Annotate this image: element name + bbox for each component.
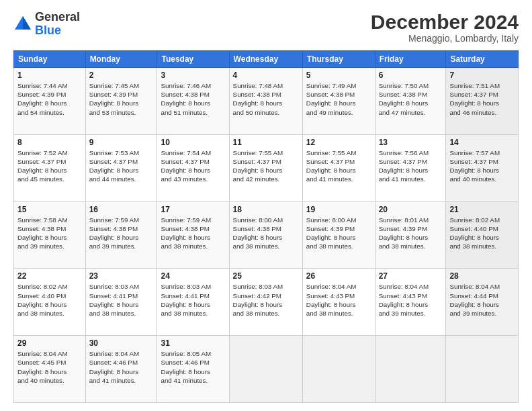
calendar-cell: 21Sunrise: 8:02 AM Sunset: 4:40 PM Dayli… bbox=[446, 201, 519, 269]
day-info: Sunrise: 8:02 AM Sunset: 4:40 PM Dayligh… bbox=[449, 216, 515, 251]
day-number: 7 bbox=[449, 71, 515, 80]
calendar-cell: 23Sunrise: 8:03 AM Sunset: 4:41 PM Dayli… bbox=[85, 269, 157, 336]
day-info: Sunrise: 8:01 AM Sunset: 4:39 PM Dayligh… bbox=[379, 216, 443, 251]
day-number: 23 bbox=[89, 271, 154, 281]
day-number: 29 bbox=[17, 338, 82, 348]
day-info: Sunrise: 7:54 AM Sunset: 4:37 PM Dayligh… bbox=[161, 148, 225, 184]
day-info: Sunrise: 7:57 AM Sunset: 4:37 PM Dayligh… bbox=[449, 148, 515, 184]
week-row-5: 29Sunrise: 8:04 AM Sunset: 4:45 PM Dayli… bbox=[14, 336, 519, 403]
col-tuesday: Tuesday bbox=[157, 51, 229, 68]
day-number: 20 bbox=[379, 205, 443, 214]
day-number: 31 bbox=[161, 338, 225, 348]
calendar-cell: 22Sunrise: 8:02 AM Sunset: 4:40 PM Dayli… bbox=[14, 269, 86, 336]
day-info: Sunrise: 8:04 AM Sunset: 4:45 PM Dayligh… bbox=[17, 349, 82, 385]
calendar-cell: 18Sunrise: 8:00 AM Sunset: 4:38 PM Dayli… bbox=[229, 201, 302, 269]
day-info: Sunrise: 7:55 AM Sunset: 4:37 PM Dayligh… bbox=[306, 148, 371, 184]
calendar-cell: 20Sunrise: 8:01 AM Sunset: 4:39 PM Dayli… bbox=[375, 201, 446, 269]
day-number: 6 bbox=[379, 71, 443, 80]
col-sunday: Sunday bbox=[14, 51, 86, 68]
day-number: 19 bbox=[306, 205, 371, 214]
day-info: Sunrise: 8:00 AM Sunset: 4:38 PM Dayligh… bbox=[233, 216, 299, 251]
day-info: Sunrise: 7:45 AM Sunset: 4:39 PM Dayligh… bbox=[89, 81, 154, 117]
day-number: 15 bbox=[17, 205, 82, 214]
day-info: Sunrise: 7:53 AM Sunset: 4:37 PM Dayligh… bbox=[89, 148, 154, 184]
day-number: 21 bbox=[449, 205, 515, 214]
calendar-cell: 7Sunrise: 7:51 AM Sunset: 4:37 PM Daylig… bbox=[446, 68, 519, 135]
title-block: December 2024 Menaggio, Lombardy, Italy bbox=[371, 11, 519, 44]
location: Menaggio, Lombardy, Italy bbox=[371, 33, 519, 44]
day-number: 11 bbox=[233, 138, 299, 147]
day-number: 28 bbox=[449, 271, 515, 281]
calendar-cell: 2Sunrise: 7:45 AM Sunset: 4:39 PM Daylig… bbox=[85, 68, 157, 135]
day-info: Sunrise: 8:04 AM Sunset: 4:43 PM Dayligh… bbox=[306, 282, 371, 318]
calendar-cell bbox=[446, 336, 519, 403]
calendar-cell bbox=[302, 336, 375, 403]
day-number: 27 bbox=[379, 271, 443, 281]
svg-marker-1 bbox=[23, 16, 31, 30]
day-number: 30 bbox=[89, 338, 154, 348]
calendar-cell: 5Sunrise: 7:49 AM Sunset: 4:38 PM Daylig… bbox=[302, 68, 375, 135]
day-number: 3 bbox=[161, 71, 225, 80]
calendar-table: Sunday Monday Tuesday Wednesday Thursday… bbox=[13, 50, 519, 403]
day-number: 2 bbox=[89, 71, 154, 80]
month-title: December 2024 bbox=[371, 11, 519, 33]
calendar-header-row: Sunday Monday Tuesday Wednesday Thursday… bbox=[14, 51, 519, 68]
logo-blue: Blue bbox=[35, 24, 61, 37]
col-monday: Monday bbox=[85, 51, 157, 68]
calendar-cell: 17Sunrise: 7:59 AM Sunset: 4:38 PM Dayli… bbox=[157, 201, 229, 269]
week-row-3: 15Sunrise: 7:58 AM Sunset: 4:38 PM Dayli… bbox=[14, 201, 519, 269]
week-row-1: 1Sunrise: 7:44 AM Sunset: 4:39 PM Daylig… bbox=[14, 68, 519, 135]
calendar-cell: 31Sunrise: 8:05 AM Sunset: 4:46 PM Dayli… bbox=[157, 336, 229, 403]
calendar-cell: 16Sunrise: 7:59 AM Sunset: 4:38 PM Dayli… bbox=[85, 201, 157, 269]
calendar-cell bbox=[229, 336, 302, 403]
calendar-cell: 24Sunrise: 8:03 AM Sunset: 4:41 PM Dayli… bbox=[157, 269, 229, 336]
calendar-cell: 26Sunrise: 8:04 AM Sunset: 4:43 PM Dayli… bbox=[302, 269, 375, 336]
day-number: 25 bbox=[233, 271, 299, 281]
calendar-cell: 15Sunrise: 7:58 AM Sunset: 4:38 PM Dayli… bbox=[14, 201, 86, 269]
calendar-cell: 19Sunrise: 8:00 AM Sunset: 4:39 PM Dayli… bbox=[302, 201, 375, 269]
calendar-cell: 8Sunrise: 7:52 AM Sunset: 4:37 PM Daylig… bbox=[14, 134, 86, 201]
calendar-cell: 29Sunrise: 8:04 AM Sunset: 4:45 PM Dayli… bbox=[14, 336, 86, 403]
calendar-cell: 14Sunrise: 7:57 AM Sunset: 4:37 PM Dayli… bbox=[446, 134, 519, 201]
day-info: Sunrise: 7:50 AM Sunset: 4:38 PM Dayligh… bbox=[379, 81, 443, 117]
calendar-cell: 30Sunrise: 8:04 AM Sunset: 4:46 PM Dayli… bbox=[85, 336, 157, 403]
col-friday: Friday bbox=[375, 51, 446, 68]
calendar-cell: 1Sunrise: 7:44 AM Sunset: 4:39 PM Daylig… bbox=[14, 68, 86, 135]
logo: General Blue bbox=[13, 11, 80, 38]
day-info: Sunrise: 8:04 AM Sunset: 4:43 PM Dayligh… bbox=[379, 282, 443, 318]
day-number: 4 bbox=[233, 71, 299, 80]
day-number: 10 bbox=[161, 138, 225, 147]
day-info: Sunrise: 7:49 AM Sunset: 4:38 PM Dayligh… bbox=[306, 81, 371, 117]
calendar-cell: 6Sunrise: 7:50 AM Sunset: 4:38 PM Daylig… bbox=[375, 68, 446, 135]
day-info: Sunrise: 7:46 AM Sunset: 4:38 PM Dayligh… bbox=[161, 81, 225, 117]
calendar-cell: 9Sunrise: 7:53 AM Sunset: 4:37 PM Daylig… bbox=[85, 134, 157, 201]
page-header: General Blue December 2024 Menaggio, Lom… bbox=[13, 11, 519, 44]
day-number: 5 bbox=[306, 71, 371, 80]
day-number: 14 bbox=[449, 138, 515, 147]
day-info: Sunrise: 8:03 AM Sunset: 4:41 PM Dayligh… bbox=[89, 282, 154, 318]
day-number: 16 bbox=[89, 205, 154, 214]
day-info: Sunrise: 7:48 AM Sunset: 4:38 PM Dayligh… bbox=[233, 81, 299, 117]
day-info: Sunrise: 8:02 AM Sunset: 4:40 PM Dayligh… bbox=[17, 282, 82, 318]
day-number: 26 bbox=[306, 271, 371, 281]
day-number: 22 bbox=[17, 271, 82, 281]
day-info: Sunrise: 7:51 AM Sunset: 4:37 PM Dayligh… bbox=[449, 81, 515, 117]
logo-general: General bbox=[35, 10, 80, 24]
day-info: Sunrise: 7:59 AM Sunset: 4:38 PM Dayligh… bbox=[89, 216, 154, 251]
day-info: Sunrise: 7:52 AM Sunset: 4:37 PM Dayligh… bbox=[17, 148, 82, 184]
day-number: 8 bbox=[17, 138, 82, 147]
col-saturday: Saturday bbox=[446, 51, 519, 68]
calendar-cell: 10Sunrise: 7:54 AM Sunset: 4:37 PM Dayli… bbox=[157, 134, 229, 201]
calendar-cell: 27Sunrise: 8:04 AM Sunset: 4:43 PM Dayli… bbox=[375, 269, 446, 336]
col-thursday: Thursday bbox=[302, 51, 375, 68]
calendar-cell: 13Sunrise: 7:56 AM Sunset: 4:37 PM Dayli… bbox=[375, 134, 446, 201]
day-info: Sunrise: 8:03 AM Sunset: 4:42 PM Dayligh… bbox=[233, 282, 299, 318]
day-number: 9 bbox=[89, 138, 154, 147]
day-number: 12 bbox=[306, 138, 371, 147]
day-info: Sunrise: 8:04 AM Sunset: 4:44 PM Dayligh… bbox=[449, 282, 515, 318]
calendar-cell: 25Sunrise: 8:03 AM Sunset: 4:42 PM Dayli… bbox=[229, 269, 302, 336]
day-number: 17 bbox=[161, 205, 225, 214]
week-row-4: 22Sunrise: 8:02 AM Sunset: 4:40 PM Dayli… bbox=[14, 269, 519, 336]
day-number: 1 bbox=[17, 71, 82, 80]
calendar-cell: 3Sunrise: 7:46 AM Sunset: 4:38 PM Daylig… bbox=[157, 68, 229, 135]
